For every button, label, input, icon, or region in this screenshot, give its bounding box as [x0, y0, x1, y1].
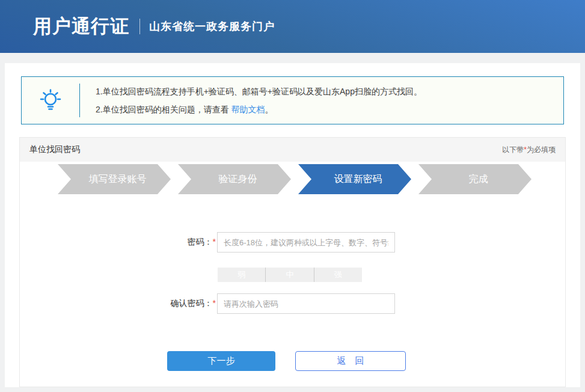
- page-title: 用户通行证: [33, 14, 129, 39]
- panel-title: 单位找回密码: [29, 144, 80, 155]
- required-note: 以下带*为必填项: [502, 145, 556, 155]
- step-complete: 完成: [418, 164, 531, 194]
- strength-medium: 中: [265, 268, 313, 282]
- panel-header: 单位找回密码 以下带*为必填项: [20, 138, 565, 162]
- tip-line-1: 1.单位找回密码流程支持手机+验证码、邮箱号+验证码以及爱山东App扫脸的方式找…: [96, 82, 422, 100]
- step-fill-account: 填写登录账号: [58, 164, 171, 194]
- back-button[interactable]: 返 回: [295, 351, 406, 371]
- required-asterisk: *: [213, 298, 216, 308]
- step-verify-identity: 验证身份: [178, 164, 291, 194]
- page-subtitle: 山东省统一政务服务门户: [149, 19, 275, 34]
- password-recovery-panel: 单位找回密码 以下带*为必填项 填写登录账号 验证身份 设置新密码 完成 密码：…: [19, 137, 566, 387]
- password-input[interactable]: [217, 232, 395, 253]
- help-doc-link[interactable]: 帮助文档: [231, 105, 265, 114]
- required-asterisk: *: [213, 237, 216, 247]
- tip-box: 1.单位找回密码流程支持手机+验证码、邮箱号+验证码以及爱山东App扫脸的方式找…: [21, 76, 564, 124]
- step-set-new-password: 设置新密码: [298, 164, 411, 194]
- confirm-password-label: 确认密码：*: [20, 298, 216, 309]
- title-divider: [139, 19, 140, 34]
- lightbulb-icon: [22, 88, 79, 113]
- confirm-password-input[interactable]: [217, 293, 395, 314]
- content-card: 1.单位找回密码流程支持手机+验证码、邮箱号+验证码以及爱山东App扫脸的方式找…: [5, 63, 580, 387]
- next-step-button[interactable]: 下一步: [167, 351, 275, 371]
- step-indicator: 填写登录账号 验证身份 设置新密码 完成: [20, 164, 565, 194]
- strength-strong: 强: [314, 268, 362, 282]
- tip-divider: [79, 84, 80, 117]
- password-strength-meter: 弱 中 强: [218, 268, 362, 282]
- password-label: 密码：*: [20, 237, 216, 248]
- button-row: 下一步 返 回: [167, 351, 565, 371]
- app-header: 用户通行证 山东省统一政务服务门户: [0, 0, 585, 53]
- tip-text: 1.单位找回密码流程支持手机+验证码、邮箱号+验证码以及爱山东App扫脸的方式找…: [96, 82, 422, 118]
- confirm-password-row: 确认密码：*: [20, 293, 565, 314]
- tip-line-2: 2.单位找回密码的相关问题，请查看 帮助文档。: [96, 100, 422, 118]
- password-row: 密码：*: [20, 232, 565, 253]
- strength-weak: 弱: [218, 268, 265, 282]
